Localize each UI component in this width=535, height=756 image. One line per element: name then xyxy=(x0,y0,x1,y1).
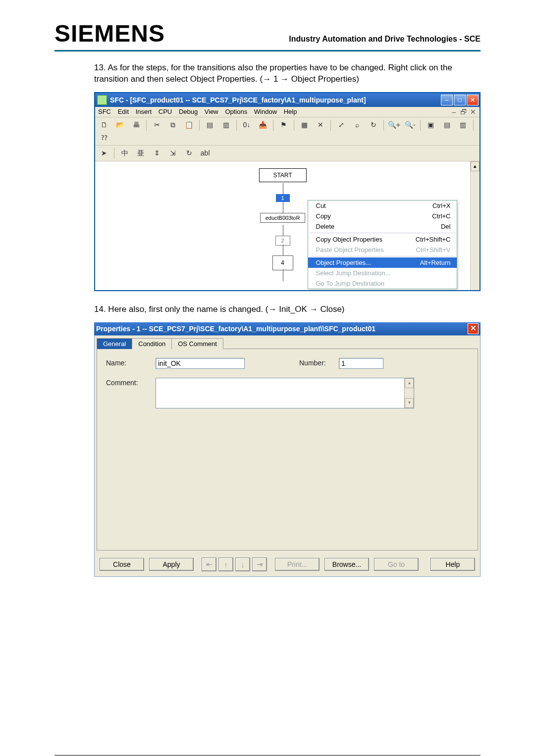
tab-os-comment[interactable]: OS Comment xyxy=(171,338,223,349)
sfc-title-text: SFC - [SFC_product01 -- SCE_PCS7_Prj\SCE… xyxy=(110,96,366,104)
sfc-canvas: START 1 eductB003toR 2 4 CutCtrl+X CopyC… xyxy=(95,161,480,290)
comment-field[interactable]: ▴ ▾ xyxy=(156,378,414,408)
menubar: SFC Edit Insert CPU Debug View Options W… xyxy=(95,107,480,117)
help-button[interactable]: Help xyxy=(430,558,475,571)
cm-separator xyxy=(310,233,455,233)
header-rule xyxy=(54,50,481,51)
flag-icon[interactable]: ⚑ xyxy=(276,118,290,131)
download-icon[interactable]: 📥 xyxy=(256,118,269,131)
close-button[interactable]: Close xyxy=(100,558,144,571)
cut-icon[interactable]: ✂ xyxy=(150,118,164,131)
zoom-in-icon[interactable]: 🔍+ xyxy=(387,118,401,131)
mdi-restore-button[interactable]: 🗗 xyxy=(460,108,467,116)
dialog-close-button[interactable]: ✕ xyxy=(468,323,479,334)
menu-window[interactable]: Window xyxy=(254,108,277,115)
menu-insert[interactable]: Insert xyxy=(136,108,152,115)
button-bar: Close Apply ⇤ ↑ ↓ ⇥ Print... Browse... G… xyxy=(95,554,480,576)
paste-icon[interactable]: 📋 xyxy=(182,118,196,131)
brand-logo: SIEMENS xyxy=(54,20,165,47)
sfc-loop-icon[interactable]: ↻ xyxy=(182,147,196,159)
cm-object-properties[interactable]: Object Properties...Alt+Return xyxy=(308,257,457,268)
cm-copy[interactable]: CopyCtrl+C xyxy=(308,211,457,221)
maximize-button[interactable]: □ xyxy=(454,95,466,105)
tool-a-icon[interactable]: ▦ xyxy=(297,118,311,131)
tool-b-icon[interactable]: ✕ xyxy=(314,118,327,131)
goto-button[interactable]: Go to xyxy=(374,558,419,571)
mdi-minimize-button[interactable]: – xyxy=(450,108,458,116)
cm-paste-obj-props: Paste Object PropertiesCtrl+Shift+V xyxy=(308,245,457,255)
sfc-titlebar: SFC - [SFC_product01 -- SCE_PCS7_Prj\SCE… xyxy=(95,93,480,107)
sfc-start-step[interactable]: START xyxy=(259,168,306,182)
print-button[interactable]: Print... xyxy=(275,558,320,571)
tile-h-icon[interactable]: ▤ xyxy=(203,118,217,131)
cm-separator xyxy=(310,256,455,256)
sfc-connector xyxy=(283,225,283,236)
tab-general[interactable]: General xyxy=(97,338,132,349)
comment-label: Comment: xyxy=(106,378,156,387)
sfc-parallel-icon[interactable]: 亜 xyxy=(134,147,148,160)
new-icon[interactable]: 🗋 xyxy=(97,118,111,131)
cm-copy-obj-props[interactable]: Copy Object PropertiesCtrl+Shift+C xyxy=(308,234,457,245)
number-field[interactable] xyxy=(339,358,383,369)
zoom-sel-icon[interactable]: ⌕ xyxy=(350,118,364,131)
properties-dialog: Properties - 1 -- SCE_PCS7_Prj\SCE_facto… xyxy=(94,322,481,577)
browse-button[interactable]: Browse... xyxy=(324,558,369,571)
close-button[interactable]: ✕ xyxy=(467,95,479,105)
comment-scroll-down-icon[interactable]: ▾ xyxy=(405,398,414,408)
sfc-connector xyxy=(283,183,283,194)
tile-v-icon[interactable]: ▥ xyxy=(219,118,233,131)
vertical-scrollbar[interactable]: ▴ xyxy=(470,161,480,290)
menu-edit[interactable]: Edit xyxy=(118,108,129,115)
sfc-step-4[interactable]: 4 xyxy=(272,255,293,270)
layout-a-icon[interactable]: ▣ xyxy=(424,118,438,131)
menus[interactable]: SFC Edit Insert CPU Debug View Options W… xyxy=(98,108,302,115)
scroll-up-icon[interactable]: ▴ xyxy=(471,161,480,171)
cm-select-jump: Select Jump Destination... xyxy=(308,268,457,278)
sfc-connector xyxy=(283,269,283,281)
nav-up-icon[interactable]: ↑ xyxy=(218,557,233,571)
sfc-alt-icon[interactable]: ⇕ xyxy=(150,147,164,159)
cm-delete[interactable]: DeleteDel xyxy=(308,221,457,232)
compile-icon[interactable]: 0↓ xyxy=(240,118,254,131)
menu-cpu[interactable]: CPU xyxy=(159,108,172,115)
nav-down-icon[interactable]: ↓ xyxy=(235,557,250,571)
properties-titlebar: Properties - 1 -- SCE_PCS7_Prj\SCE_facto… xyxy=(94,322,481,335)
mdi-close-button[interactable]: ✕ xyxy=(469,108,477,116)
copy-icon[interactable]: ⧉ xyxy=(166,118,180,131)
sfc-transition-1[interactable]: 1 xyxy=(276,194,290,202)
zoom-out-icon[interactable]: 🔍- xyxy=(403,118,417,131)
open-icon[interactable]: 📂 xyxy=(113,118,127,131)
context-menu[interactable]: CutCtrl+X CopyCtrl+C DeleteDel Copy Obje… xyxy=(308,200,457,289)
cm-cut[interactable]: CutCtrl+X xyxy=(308,201,457,211)
step-14-text: 14. Here also, first only the name is ch… xyxy=(94,304,481,315)
refresh-icon[interactable]: ↻ xyxy=(367,118,380,131)
sfc-connector xyxy=(283,245,283,255)
minimize-button[interactable]: – xyxy=(441,95,453,105)
sfc-window: SFC - [SFC_product01 -- SCE_PCS7_Prj\SCE… xyxy=(94,92,481,292)
print-icon[interactable]: 🖶 xyxy=(129,118,143,131)
sfc-connector xyxy=(283,202,283,213)
tab-strip: General Condition OS Comment xyxy=(95,336,480,349)
help-pointer-icon[interactable]: ⁇ xyxy=(97,131,111,144)
layout-c-icon[interactable]: ▥ xyxy=(456,118,470,131)
menu-sfc[interactable]: SFC xyxy=(98,108,111,115)
menu-debug[interactable]: Debug xyxy=(179,108,198,115)
nav-first-icon[interactable]: ⇤ xyxy=(202,557,216,571)
toolbar-1: 🗋 📂 🖶 ✂ ⧉ 📋 ▤ ▥ 0↓ 📥 ⚑ ▦ ✕ ⤢ ⌕ ↻ 🔍+ 🔍- xyxy=(95,117,480,146)
menu-help[interactable]: Help xyxy=(284,108,297,115)
sfc-step-icon[interactable]: 中 xyxy=(118,147,132,160)
tab-condition[interactable]: Condition xyxy=(132,338,172,349)
zoom-fit-icon[interactable]: ⤢ xyxy=(334,118,348,131)
comment-scroll-up-icon[interactable]: ▴ xyxy=(405,378,414,388)
sfc-text-icon[interactable]: abl xyxy=(198,147,212,159)
layout-b-icon[interactable]: ▤ xyxy=(440,118,454,131)
menu-view[interactable]: View xyxy=(205,108,218,115)
nav-last-icon[interactable]: ⇥ xyxy=(252,557,267,571)
apply-button[interactable]: Apply xyxy=(149,558,194,571)
menu-options[interactable]: Options xyxy=(225,108,247,115)
sfc-step-educt[interactable]: eductB003toR xyxy=(260,213,306,223)
sfc-jump-icon[interactable]: ⇲ xyxy=(166,147,180,159)
pointer-icon[interactable]: ➤ xyxy=(97,147,111,159)
name-field[interactable] xyxy=(156,358,245,369)
sfc-transition-2[interactable]: 2 xyxy=(275,236,290,246)
